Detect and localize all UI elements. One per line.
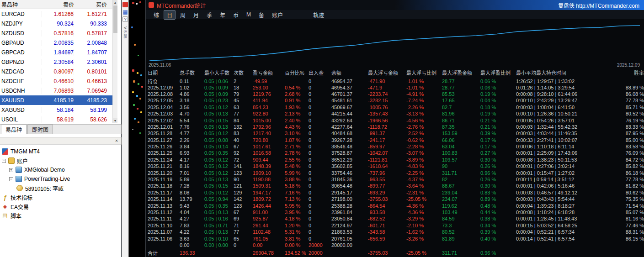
market-watch-row[interactable]: EURCAD1.612661.61271: [0, 9, 112, 19]
navigator-item[interactable]: −账户: [0, 156, 122, 165]
navigator-item[interactable]: TMGM MT4: [0, 147, 122, 156]
cell: 86.08 %: [621, 91, 644, 97]
grid-icon[interactable]: ▦: [122, 9, 128, 15]
menu-item-轨迹[interactable]: 轨迹: [310, 10, 327, 19]
column-header: 最大浮盈金额: [442, 69, 480, 76]
menu-item-综[interactable]: 综: [150, 10, 162, 20]
stats-row: 2025.11.074.220.05 | 0.13771102.485.31 %…: [146, 229, 644, 235]
market-watch-scrollbar[interactable]: ▲ ▼: [112, 0, 117, 123]
market-watch-row[interactable]: NZDJPY90.32490.333: [0, 19, 112, 28]
menu-item-季[interactable]: 季: [203, 10, 215, 20]
column-header: 最大浮亏比例: [406, 69, 442, 76]
navigator-item[interactable]: EA交易: [0, 202, 122, 211]
brand-link[interactable]: 复盘侠 http://MTCommander.com: [558, 1, 644, 9]
cell: 81.89: [442, 236, 480, 241]
tab-易品种[interactable]: 易品种: [1, 124, 27, 134]
market-watch-row[interactable]: NZDCHF0.466100.46613: [0, 76, 112, 86]
market-watch-row[interactable]: GBPCAD1.846971.84707: [0, 47, 112, 57]
cell: 合计: [148, 249, 180, 257]
tree-expander-icon[interactable]: −: [9, 177, 13, 181]
help-icon[interactable]: ?: [122, 16, 128, 22]
market-watch-row[interactable]: XAUUSD4185.194185.23: [0, 95, 112, 105]
cell: 0: [309, 144, 331, 149]
tree-expander-icon[interactable]: −: [2, 159, 6, 163]
bid-price: 58.619: [42, 116, 74, 123]
navigator-item[interactable]: +XMGlobal-Demo: [0, 165, 122, 174]
menu-item-账户[interactable]: 账户: [269, 10, 286, 20]
scroll-down-arrow-icon[interactable]: ▼: [113, 118, 117, 123]
cell: 1102.48: [253, 229, 285, 235]
cell: 92: [234, 150, 253, 156]
cell: -1.62 %: [406, 229, 442, 235]
cell: 0: [309, 216, 331, 221]
ask-price: 0.57817: [74, 30, 110, 37]
scroll-up-arrow-icon[interactable]: ▲: [113, 0, 117, 5]
menu-item-月[interactable]: 月: [190, 10, 202, 20]
cell: 0.05 | 0.12: [204, 170, 234, 176]
cell: -4.36 %: [406, 210, 442, 215]
navigator-item[interactable]: 58910105: 李威: [0, 184, 122, 193]
cell: 0:00:01 | 0:15:47 | 1:27:02: [516, 170, 621, 176]
cell: 26904.78: [253, 250, 285, 256]
ask-price: 1.61271: [74, 11, 110, 17]
market-watch-row[interactable]: USOIL58.61958.626: [0, 115, 112, 124]
mtc-logo-icon[interactable]: [122, 2, 128, 7]
market-watch-row[interactable]: XAGUSD58.18458.199: [0, 105, 112, 115]
stats-window: MTCommander统计 复盘侠 http://MTCommander.com…: [145, 0, 644, 257]
cell: 2025.11.19: [148, 177, 180, 182]
menu-item-M[interactable]: M: [243, 10, 254, 19]
cell: 0.05 | 0.12: [204, 131, 234, 136]
cell: 0: [309, 203, 331, 209]
menu-item-备[interactable]: 备: [255, 10, 267, 20]
menu-item-币[interactable]: 币: [230, 10, 242, 20]
market-watch-row[interactable]: NZDCAD0.800970.80101: [0, 67, 112, 76]
cell: 411.94: [253, 98, 285, 103]
cell: 31845.36: [331, 177, 368, 182]
market-watch-row[interactable]: NZDUSD0.578160.57817: [0, 28, 112, 38]
tab-即时图[interactable]: 即时图: [27, 124, 53, 134]
cell: 3.18: [180, 98, 204, 103]
bid-price: 7.06893: [42, 88, 74, 94]
close-icon[interactable]: ×: [113, 138, 120, 144]
cell: 0.21 %: [480, 124, 516, 130]
chart-object-speck: [133, 80, 135, 83]
navigator-item[interactable]: 脚本: [0, 211, 122, 220]
cell: 持仓: [148, 78, 180, 85]
cell: -49.59: [253, 79, 285, 84]
cell: 23961.84: [331, 210, 368, 215]
cell: 0: [309, 105, 331, 110]
cell: 67: [234, 144, 253, 149]
cell: 0.83 %: [480, 190, 516, 195]
cell: 66.06: [442, 137, 480, 143]
cell: 2025.12.02: [148, 118, 180, 123]
cell: 2025.12.08: [148, 91, 180, 97]
cell: 45481.61: [331, 98, 368, 103]
navigator-item-label: 脚本: [11, 212, 21, 220]
cell: -859.97: [368, 144, 406, 149]
menu-item-日[interactable]: 日: [164, 10, 176, 20]
cell: 0.17 %: [480, 144, 516, 149]
cell: 28.77: [442, 85, 480, 90]
navigator-item[interactable]: −PowerTrading-Live: [0, 174, 122, 184]
navigator-item[interactable]: 技术指标: [0, 193, 122, 202]
menu-item-周[interactable]: 周: [177, 10, 189, 20]
cell: 46701.37: [331, 91, 368, 97]
cell: 0.05 | 0.12: [204, 190, 234, 195]
account-icon: [16, 167, 22, 173]
market-watch-row[interactable]: GBPAUD2.008352.00848: [0, 38, 112, 47]
scrollbar-thumb[interactable]: [113, 5, 117, 33]
cell: -2.25 %: [406, 170, 442, 176]
cell: 7.76: [180, 124, 204, 130]
market-watch-row[interactable]: GBPNZD2.305842.30601: [0, 57, 112, 67]
cell: 35602.85: [331, 163, 368, 169]
bid-price: 0.57816: [42, 30, 74, 37]
cell: 8.08: [180, 190, 204, 195]
tree-expander-icon[interactable]: +: [9, 168, 13, 172]
menu-item-年[interactable]: 年: [217, 10, 229, 20]
cell: -3.26 %: [406, 236, 442, 241]
cell: -1042.07: [368, 150, 406, 156]
stats-titlebar[interactable]: MTCommander统计 复盘侠 http://MTCommander.com: [146, 0, 644, 10]
cell: 0.00 | 0.00: [204, 242, 234, 248]
stats-row: 2025.11.207.010.05 | 0.121231909.105.99 …: [146, 169, 644, 176]
market-watch-row[interactable]: USDCNH7.068937.06949: [0, 86, 112, 95]
